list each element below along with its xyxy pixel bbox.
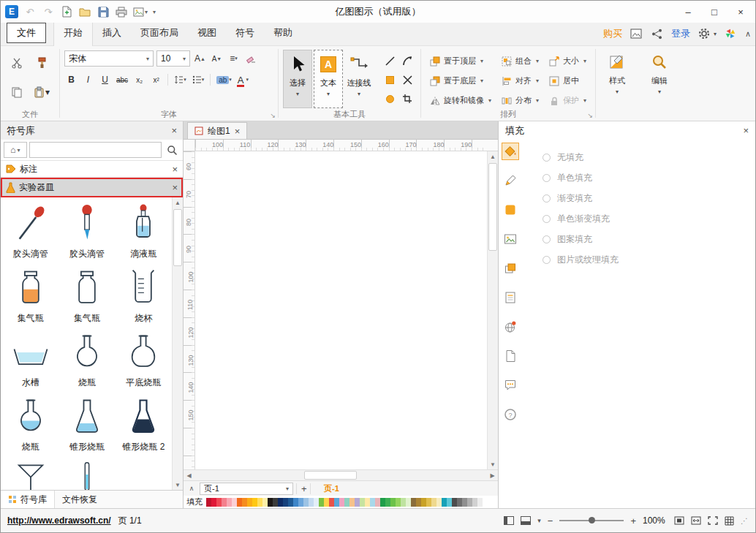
toggle-left-panel-icon[interactable] <box>504 516 514 525</box>
tab-insert[interactable]: 插入 <box>93 21 131 45</box>
tab-home[interactable]: 开始 <box>53 20 93 46</box>
comment-icon[interactable] <box>502 377 519 394</box>
color-swatch[interactable] <box>365 498 370 507</box>
color-swatch[interactable] <box>452 498 457 507</box>
new-document-icon[interactable] <box>60 5 73 18</box>
rotate-mirror-button[interactable]: 旋转和镜像▾ <box>430 95 491 106</box>
symbol-item[interactable]: 集气瓶 <box>2 265 58 329</box>
share-icon[interactable] <box>651 28 663 40</box>
redo-icon[interactable]: ↷ <box>42 5 55 18</box>
fill-option-texture[interactable]: 图片或纹理填充 <box>543 254 619 266</box>
dialog-launcher-icon[interactable]: ↘ <box>588 112 594 119</box>
symbol-item[interactable]: 胶头滴管 <box>58 200 115 265</box>
tab-view[interactable]: 视图 <box>188 21 226 45</box>
format-painter-icon[interactable] <box>34 56 49 70</box>
library-group-lab-glassware[interactable]: 实验器皿 × <box>1 178 183 197</box>
fit-width-icon[interactable] <box>691 516 701 525</box>
open-folder-icon[interactable] <box>78 5 91 18</box>
rectangle-tool-icon[interactable] <box>386 76 394 84</box>
document-tab-drawing1[interactable]: 绘图1 × <box>187 122 247 139</box>
color-swatch[interactable] <box>211 498 216 507</box>
color-swatch[interactable] <box>288 498 293 507</box>
symbol-item[interactable]: 滴液瓶 <box>116 200 172 265</box>
export-icon[interactable]: ▾ <box>133 7 148 18</box>
fullscreen-icon[interactable] <box>708 516 718 525</box>
drawing-canvas[interactable] <box>195 151 487 469</box>
tab-page-layout[interactable]: 页面布局 <box>131 21 188 45</box>
buy-link[interactable]: 购买 <box>603 27 622 40</box>
color-swatch[interactable] <box>375 498 380 507</box>
symbol-item[interactable]: 锥形烧瓶 <box>58 393 115 458</box>
symbol-item[interactable]: 烧杯 <box>116 265 172 329</box>
line-tool-icon[interactable] <box>385 56 396 67</box>
text-highlight-dropdown[interactable]: ab▾ <box>215 72 233 87</box>
resize-grip[interactable]: ⋰ <box>741 517 749 525</box>
color-swatch[interactable] <box>462 498 467 507</box>
color-swatch[interactable] <box>442 498 447 507</box>
color-swatch[interactable] <box>349 498 355 507</box>
color-swatch[interactable] <box>262 498 268 507</box>
tab-symbols[interactable]: 符号 <box>226 21 264 45</box>
color-swatch[interactable] <box>252 498 257 507</box>
fill-bucket-icon[interactable] <box>502 143 519 160</box>
symbol-item-partial[interactable] <box>2 458 58 490</box>
line-style-pen-icon[interactable] <box>502 172 519 189</box>
zoom-in-button[interactable]: + <box>630 515 636 526</box>
color-swatch[interactable] <box>457 498 462 507</box>
file-menu-button[interactable]: 文件 <box>7 23 46 43</box>
library-section-annotation[interactable]: 标注 × <box>1 160 183 178</box>
symbol-item[interactable]: 集气瓶 <box>58 265 115 329</box>
symbol-item-partial[interactable] <box>58 458 115 490</box>
print-icon[interactable] <box>115 5 128 18</box>
scroll-right-icon[interactable]: ▶ <box>487 470 498 480</box>
color-swatch[interactable] <box>216 498 222 507</box>
tab-file-recovery[interactable]: 文件恢复 <box>55 491 105 508</box>
symbol-item[interactable]: 烧瓶 <box>58 329 115 393</box>
color-swatch[interactable] <box>237 498 242 507</box>
color-swatch[interactable] <box>344 498 349 507</box>
shrink-font-button[interactable]: A▼ <box>210 51 224 66</box>
symbol-item[interactable]: 水槽 <box>2 329 58 393</box>
color-swatch[interactable] <box>406 498 411 507</box>
zoom-slider-thumb[interactable] <box>589 517 595 523</box>
text-align-dropdown[interactable]: ≡▾ <box>227 51 241 66</box>
tab-help[interactable]: 帮助 <box>264 21 302 45</box>
color-swatch[interactable] <box>283 498 288 507</box>
color-swatch[interactable] <box>436 498 442 507</box>
color-swatch[interactable] <box>385 498 390 507</box>
collapse-pagebar-icon[interactable]: ∧ <box>186 485 197 492</box>
font-size-combo[interactable]: 10 ▾ <box>156 50 190 67</box>
fill-option-none[interactable]: 无填充 <box>543 151 619 164</box>
subscript-button[interactable]: x₂ <box>132 72 146 87</box>
dialog-launcher-icon[interactable]: ↘ <box>270 112 276 119</box>
library-home-dropdown[interactable]: ⌂▾ <box>4 142 27 158</box>
tab-symbol-library[interactable]: 符号库 <box>1 491 55 508</box>
color-swatch[interactable] <box>309 498 314 507</box>
close-icon[interactable]: × <box>171 125 177 136</box>
color-swatch[interactable] <box>222 498 227 507</box>
scroll-up-icon[interactable]: ▲ <box>173 197 183 208</box>
color-swatch[interactable] <box>273 498 278 507</box>
fill-option-gradient[interactable]: 渐变填充 <box>543 192 619 205</box>
color-swatch[interactable] <box>431 498 436 507</box>
color-swatch[interactable] <box>416 498 421 507</box>
color-swatch[interactable] <box>314 498 319 507</box>
customize-toolbar-icon[interactable]: ▾ <box>153 9 156 15</box>
line-spacing-dropdown[interactable]: ▾ <box>173 72 188 87</box>
color-swatch[interactable] <box>319 498 324 507</box>
symbol-item[interactable]: 烧瓶 <box>2 393 58 458</box>
group-button[interactable]: 组合▾ <box>502 56 539 67</box>
canvas-horizontal-scrollbar[interactable]: ◀ ▶ <box>184 469 498 480</box>
cut-icon[interactable] <box>10 56 24 70</box>
copy-icon[interactable] <box>10 85 24 99</box>
shape-style-icon[interactable] <box>502 201 519 219</box>
clear-format-icon[interactable] <box>243 51 257 66</box>
save-icon[interactable] <box>97 5 110 18</box>
layers-icon[interactable] <box>502 260 519 277</box>
text-tool-button[interactable]: A 文本 ▾ <box>314 50 343 108</box>
note-list-icon[interactable] <box>502 289 519 306</box>
scroll-down-icon[interactable]: ▼ <box>173 480 183 490</box>
color-swatch[interactable] <box>242 498 247 507</box>
close-icon[interactable]: × <box>235 126 241 137</box>
scroll-up-icon[interactable]: ▲ <box>488 151 498 162</box>
